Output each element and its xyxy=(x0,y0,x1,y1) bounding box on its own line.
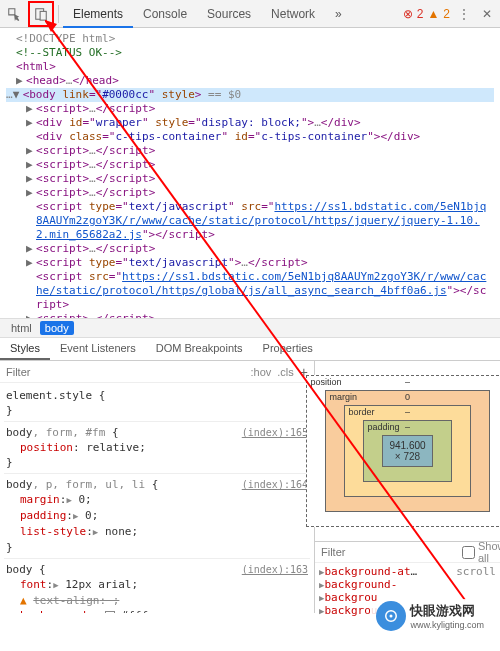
dom-head[interactable]: ▶<head>…</head> xyxy=(6,74,494,88)
breadcrumb-html[interactable]: html xyxy=(6,321,37,335)
show-all-checkbox[interactable] xyxy=(462,546,475,559)
styles-tabs: Styles Event Listeners DOM Breakpoints P… xyxy=(0,338,500,361)
breadcrumb-body[interactable]: body xyxy=(40,321,74,335)
svg-rect-1 xyxy=(40,11,46,20)
dom-script-src2[interactable]: <script src="https://ss1.bdstatic.com/5e… xyxy=(6,270,494,312)
dom-script-3[interactable]: ▶<script>…</script> xyxy=(6,158,494,172)
svg-point-5 xyxy=(390,615,393,618)
dom-script-2[interactable]: ▶<script>…</script> xyxy=(6,144,494,158)
close-icon[interactable]: ✕ xyxy=(478,7,496,21)
computed-filter-input[interactable] xyxy=(321,546,459,558)
cls-toggle[interactable]: .cls xyxy=(271,366,300,378)
styles-filter-row: :hov .cls + xyxy=(0,361,314,383)
style-rules[interactable]: element.style {} (index):165body, form, … xyxy=(0,383,314,613)
box-model[interactable]: position– margin0 border– padding– 941.6… xyxy=(315,361,500,541)
stab-event[interactable]: Event Listeners xyxy=(50,338,146,360)
breadcrumb: html body xyxy=(0,318,500,338)
dom-script-5[interactable]: ▶<script>…</script> xyxy=(6,186,494,200)
dom-doctype[interactable]: <!DOCTYPE html> xyxy=(6,32,494,46)
styles-pane: :hov .cls + element.style {} (index):165… xyxy=(0,361,315,613)
dom-script-4[interactable]: ▶<script>…</script> xyxy=(6,172,494,186)
warning-icon: ▲ xyxy=(20,594,27,607)
tab-overflow[interactable]: » xyxy=(325,0,352,28)
device-toolbar-icon[interactable] xyxy=(28,1,54,27)
hov-toggle[interactable]: :hov xyxy=(251,366,272,378)
dom-script-src1[interactable]: <script type="text/javascript" src="http… xyxy=(6,200,494,242)
stab-properties[interactable]: Properties xyxy=(253,338,323,360)
divider xyxy=(58,5,59,23)
styles-filter-input[interactable] xyxy=(6,366,251,378)
warning-icon[interactable]: ▲ xyxy=(427,7,439,21)
dom-script-1[interactable]: ▶<script>…</script> xyxy=(6,102,494,116)
watermark-logo xyxy=(376,601,406,631)
tab-network[interactable]: Network xyxy=(261,0,325,28)
tab-console[interactable]: Console xyxy=(133,0,197,28)
dom-div-wrapper[interactable]: ▶<div id="wrapper" style="display: block… xyxy=(6,116,494,130)
color-swatch[interactable] xyxy=(105,611,115,613)
stab-styles[interactable]: Styles xyxy=(0,338,50,360)
dom-tree[interactable]: <!DOCTYPE html> <!--STATUS OK--> <html> … xyxy=(0,28,500,318)
settings-icon[interactable]: ⋮ xyxy=(454,7,474,21)
watermark-url: www.kyligting.com xyxy=(410,620,484,630)
panel-tabs: Elements Console Sources Network » xyxy=(63,0,352,28)
lower-panes: :hov .cls + element.style {} (index):165… xyxy=(0,361,500,613)
dom-script-6[interactable]: ▶<script>…</script> xyxy=(6,242,494,256)
devtools-toolbar: Elements Console Sources Network » ⊗2 ▲2… xyxy=(0,0,500,28)
computed-filter-row: Show all xyxy=(315,541,500,563)
error-icon[interactable]: ⊗ xyxy=(403,7,413,21)
warning-count[interactable]: 2 xyxy=(443,7,450,21)
stab-dom-bp[interactable]: DOM Breakpoints xyxy=(146,338,253,360)
dom-script-js-type[interactable]: ▶<script type="text/javascript">…</scrip… xyxy=(6,256,494,270)
error-count[interactable]: 2 xyxy=(417,7,424,21)
dom-body-open[interactable]: …▼<body link="#0000cc" style> == $0 xyxy=(6,88,494,102)
watermark: 快眼游戏网 www.kyligting.com xyxy=(370,599,490,633)
show-all-label: Show all xyxy=(478,540,500,564)
tab-sources[interactable]: Sources xyxy=(197,0,261,28)
tab-elements[interactable]: Elements xyxy=(63,0,133,28)
watermark-text: 快眼游戏网 xyxy=(410,602,484,620)
toolbar-right: ⊗2 ▲2 ⋮ ✕ xyxy=(403,7,500,21)
inspect-element-icon[interactable] xyxy=(0,0,28,28)
computed-pane: position– margin0 border– padding– 941.6… xyxy=(315,361,500,613)
dom-html-open[interactable]: <html> xyxy=(6,60,494,74)
dom-comment[interactable]: <!--STATUS OK--> xyxy=(6,46,494,60)
dom-div-tips[interactable]: <div class="c-tips-container" id="c-tips… xyxy=(6,130,494,144)
